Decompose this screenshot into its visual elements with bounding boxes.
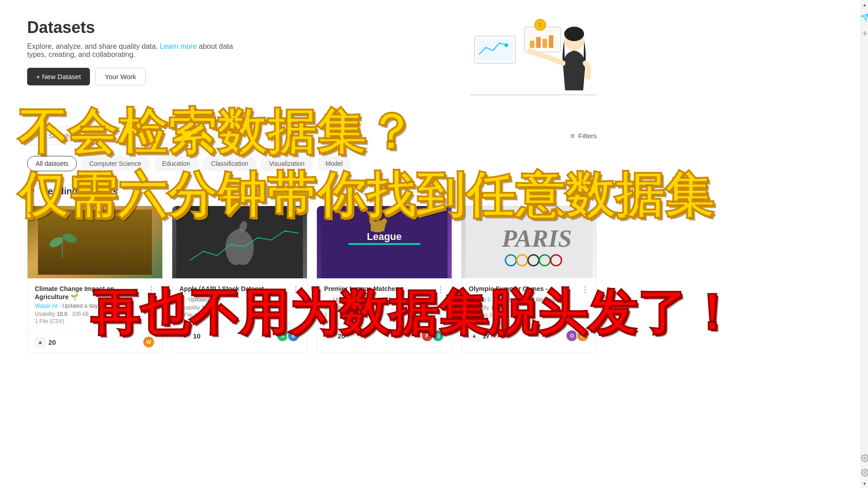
card-title-1: Climate Change Impact on Agriculture 🌱 ⋮ bbox=[35, 285, 155, 301]
svg-rect-25 bbox=[321, 206, 448, 278]
card-footer-3: ▲ 20 P Q bbox=[317, 324, 452, 347]
search-input[interactable] bbox=[48, 132, 227, 140]
card-menu-3[interactable]: ⋮ bbox=[433, 285, 444, 295]
tab-all-datasets[interactable]: All datasets bbox=[27, 156, 77, 171]
vote-section-3: ▲ 20 bbox=[324, 330, 345, 341]
vote-section-4: ▲ 17 bbox=[469, 330, 490, 341]
tab-computer-science[interactable]: Computer Science bbox=[80, 156, 150, 171]
vote-count-1: 20 bbox=[48, 338, 56, 346]
dataset-card-2[interactable]: Apple (AAPL) Stock Dataset ⋮ ... · Updat… bbox=[172, 206, 307, 353]
header-illustration: $ bbox=[461, 18, 597, 108]
page-title: Datasets bbox=[27, 18, 244, 37]
avatar-3-2: Q bbox=[432, 329, 444, 342]
author-link-2[interactable]: ... bbox=[179, 296, 184, 303]
card-menu-4[interactable]: ⋮ bbox=[577, 285, 589, 295]
card-author-1: Waqar Ali · Updated a day a... bbox=[35, 303, 155, 309]
trending-label: Trending Datasets bbox=[39, 186, 118, 197]
filters-label: Filters bbox=[578, 132, 597, 140]
header-buttons: + New Dataset Your Work bbox=[27, 68, 244, 85]
vote-count-4: 17 bbox=[482, 332, 490, 340]
svg-rect-5 bbox=[530, 41, 534, 48]
header-left: Datasets Explore, analyze, and share qua… bbox=[27, 18, 244, 85]
svg-text:$: $ bbox=[539, 22, 542, 28]
tab-model[interactable]: Model bbox=[317, 156, 351, 171]
learn-more-link[interactable]: Learn more bbox=[160, 42, 197, 50]
plus-icon[interactable] bbox=[859, 27, 868, 40]
scroll-up-arrow[interactable]: ▲ bbox=[862, 2, 868, 7]
svg-point-2 bbox=[505, 43, 508, 47]
search-section: 🔍 ≡ Filters bbox=[27, 127, 597, 145]
card-files-2: 1 File (CSV) bbox=[179, 312, 300, 318]
avatar-4-2: A bbox=[576, 329, 589, 342]
see-all-link[interactable]: See All bbox=[576, 188, 597, 195]
card-title-3: Premier League Matches ⋮ bbox=[324, 285, 444, 295]
paperplane-icon[interactable] bbox=[859, 11, 868, 23]
author-link-1[interactable]: Waqar Ali bbox=[35, 303, 58, 309]
card-body-1: Climate Change Impact on Agriculture 🌱 ⋮… bbox=[28, 278, 162, 331]
svg-text:PARIS: PARIS bbox=[501, 225, 572, 252]
header-description: Explore, analyze, and share quality data… bbox=[27, 42, 244, 59]
card-files-4: 58 Files (CSV) bbox=[469, 312, 589, 318]
card-footer-1: ▲ 20 W bbox=[28, 331, 162, 353]
card-footer-4: ▲ 17 O A bbox=[462, 324, 596, 347]
filter-tabs: All datasets Computer Science Education … bbox=[27, 156, 597, 171]
card-footer-2: ▲ 10 A B bbox=[172, 324, 307, 347]
card-files-1: 1 File (CSV) bbox=[35, 318, 155, 324]
dataset-card-3[interactable]: League Premier League Matches ⋮ ... · Up… bbox=[316, 206, 452, 353]
svg-rect-1 bbox=[477, 38, 513, 61]
card-meta-4: Usability 10.0 · 3 MB bbox=[469, 305, 589, 311]
card-body-4: Olympic Summer Games - ⋮ Ahmad E...an · … bbox=[462, 278, 596, 324]
scrollbar: ▲ bbox=[861, 0, 868, 488]
card-meta-1: Usability 10.0 · 335 kB bbox=[35, 311, 155, 317]
settings-icon-bottom[interactable] bbox=[859, 452, 868, 465]
card-avatars-2: A B bbox=[278, 329, 300, 342]
your-work-button[interactable]: Your Work bbox=[95, 68, 146, 85]
new-dataset-button[interactable]: + New Dataset bbox=[27, 68, 90, 85]
filter-icon: ≡ bbox=[571, 132, 575, 140]
vote-button-1[interactable]: ▲ bbox=[35, 337, 46, 347]
dataset-card-1[interactable]: Climate Change Impact on Agriculture 🌱 ⋮… bbox=[27, 206, 163, 353]
avatar-2-2: B bbox=[287, 329, 300, 342]
vote-count-2: 10 bbox=[193, 332, 201, 340]
svg-rect-6 bbox=[536, 37, 541, 48]
datasets-grid: Climate Change Impact on Agriculture 🌱 ⋮… bbox=[27, 206, 597, 353]
card-title-text-2: Apple (AAPL) Stock Dataset bbox=[179, 285, 288, 293]
update-time-1: · Updated a day a... bbox=[59, 303, 107, 309]
svg-text:League: League bbox=[367, 231, 401, 242]
card-avatars-1: W bbox=[144, 336, 155, 348]
search-box[interactable]: 🔍 bbox=[27, 127, 235, 145]
card-title-text-4: Olympic Summer Games - bbox=[469, 285, 577, 293]
svg-rect-27 bbox=[348, 243, 420, 245]
vote-section-2: ▲ 10 bbox=[179, 330, 201, 341]
card-body-3: Premier League Matches ⋮ ... · Updated 2… bbox=[317, 278, 452, 324]
vote-button-3[interactable]: ▲ bbox=[324, 330, 335, 341]
card-author-2: ... · Updated 2... bbox=[179, 296, 300, 303]
author-link-4[interactable]: Ahmad E...an bbox=[469, 296, 502, 303]
card-author-4: Ahmad E...an · Updated 14 days ago bbox=[469, 296, 589, 303]
card-meta-3: Usability 10.0 bbox=[324, 305, 444, 311]
update-time-3: · Updated 2... bbox=[330, 296, 363, 303]
vote-button-2[interactable]: ▲ bbox=[179, 330, 190, 341]
card-files-3: 1 File (CSV) bbox=[324, 312, 444, 318]
tab-classification[interactable]: Classification bbox=[203, 156, 257, 171]
dataset-card-4[interactable]: PARIS Olympic Summer Games - ⋮ bbox=[461, 206, 597, 353]
card-menu-2[interactable]: ⋮ bbox=[288, 285, 300, 295]
scrollbar-icons bbox=[859, 11, 868, 40]
card-title-2: Apple (AAPL) Stock Dataset ⋮ bbox=[179, 285, 300, 295]
tab-visualization[interactable]: Visualization bbox=[260, 156, 313, 171]
card-body-2: Apple (AAPL) Stock Dataset ⋮ ... · Updat… bbox=[172, 278, 307, 324]
svg-rect-7 bbox=[542, 39, 547, 48]
update-time-4: · Updated 14 days ago bbox=[503, 296, 558, 303]
card-title-text-3: Premier League Matches bbox=[324, 285, 433, 293]
author-link-3[interactable]: ... bbox=[324, 296, 329, 303]
svg-rect-8 bbox=[549, 35, 553, 48]
svg-point-13 bbox=[527, 48, 533, 55]
filters-button[interactable]: ≡ Filters bbox=[571, 132, 597, 140]
vote-button-4[interactable]: ▲ bbox=[469, 330, 480, 341]
scroll-down-arrow[interactable]: ▼ bbox=[862, 481, 868, 486]
settings-icon-bottom2[interactable] bbox=[859, 466, 868, 479]
card-menu-1[interactable]: ⋮ bbox=[143, 285, 155, 295]
avatar-1-1: W bbox=[142, 336, 155, 348]
card-title-4: Olympic Summer Games - ⋮ bbox=[469, 285, 589, 295]
tab-education[interactable]: Education bbox=[154, 156, 199, 171]
